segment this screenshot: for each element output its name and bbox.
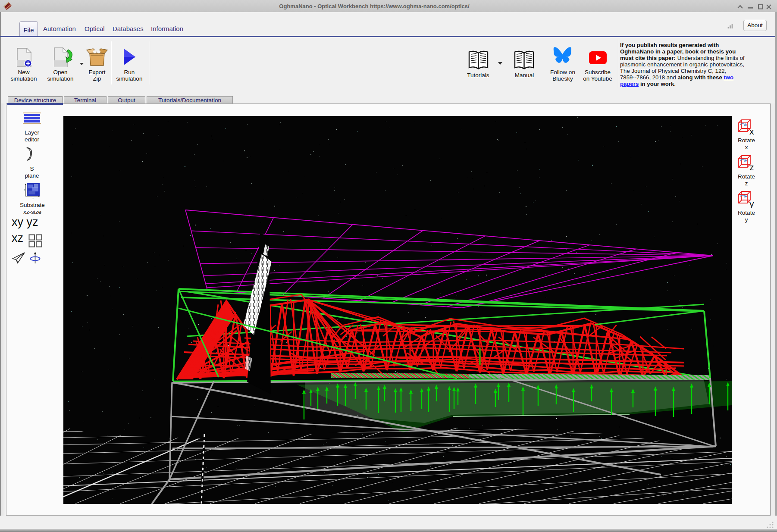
svg-text:z: z <box>749 162 754 171</box>
svg-text:y: y <box>749 199 754 208</box>
svg-text:x: x <box>24 188 25 191</box>
svg-text:x: x <box>749 126 754 135</box>
svg-text:z: z <box>32 197 34 199</box>
